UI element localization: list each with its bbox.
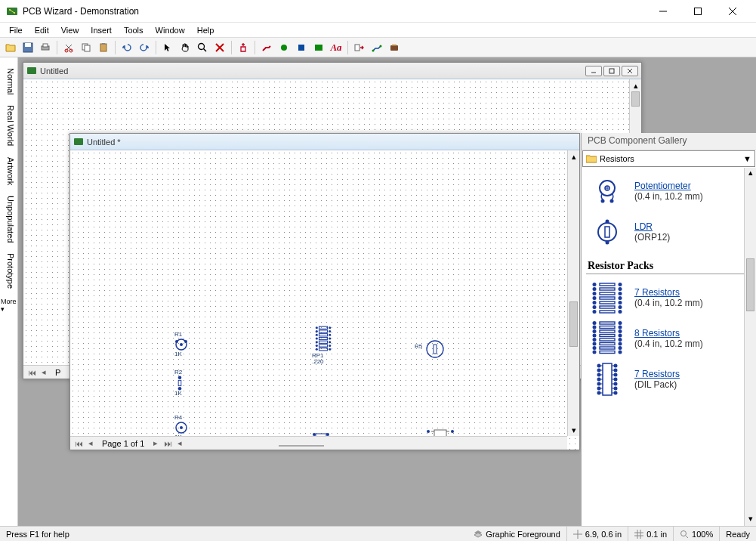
maximize-button[interactable] xyxy=(680,0,715,23)
svg-point-95 xyxy=(593,296,597,300)
document-titlebar-front[interactable]: Untitled * xyxy=(70,134,579,150)
scroll-up-icon[interactable]: ▴ xyxy=(568,150,579,162)
document-window-front[interactable]: Untitled * R1 1K R2 1K R4 1K RP1 xyxy=(69,133,580,450)
menu-tools[interactable]: Tools xyxy=(118,24,150,36)
svg-point-122 xyxy=(619,342,622,346)
menu-insert[interactable]: Insert xyxy=(85,24,118,36)
menu-edit[interactable]: Edit xyxy=(29,24,55,36)
svg-rect-106 xyxy=(600,335,615,337)
copper-area-tool[interactable] xyxy=(311,40,326,55)
text-tool[interactable]: Aa xyxy=(329,40,344,55)
gallery-item-ldr[interactable]: LDR(ORP12) xyxy=(586,212,753,252)
scrollbar-horizontal-front[interactable]: ⏮ ◂ Page 1 of 1 ▸ ⏭ ◂ xyxy=(70,436,567,450)
zoom-tool[interactable] xyxy=(195,40,210,55)
tab-real-world[interactable]: Real World xyxy=(0,100,17,150)
svg-point-130 xyxy=(597,369,601,373)
menu-file[interactable]: File xyxy=(3,24,29,36)
track-tool[interactable] xyxy=(259,40,274,55)
scrollbar-vertical-front[interactable]: ▴ ▾ xyxy=(567,150,579,436)
svg-rect-86 xyxy=(600,301,615,304)
options-button[interactable] xyxy=(387,40,402,55)
gallery-subtitle: (ORP12) xyxy=(634,232,670,243)
open-button[interactable] xyxy=(3,40,18,55)
svg-point-124 xyxy=(619,346,622,350)
svg-rect-16 xyxy=(298,45,304,51)
page-prev-back[interactable]: ◂ xyxy=(39,367,49,378)
page-prev-front[interactable]: ◂ xyxy=(85,438,96,449)
svg-point-112 xyxy=(619,321,622,325)
page-first-back[interactable]: ⏮ xyxy=(26,367,37,378)
menu-window[interactable]: Window xyxy=(150,24,191,36)
svg-rect-21 xyxy=(390,45,398,51)
autoroute-button[interactable] xyxy=(369,40,384,55)
gallery-link[interactable]: Potentiometer xyxy=(634,181,703,191)
svg-point-76 xyxy=(601,199,605,203)
gallery-scrollbar[interactable]: ▴ ▾ xyxy=(744,168,756,526)
doc-icon xyxy=(26,66,37,76)
svg-point-99 xyxy=(593,305,597,309)
doc-maximize-back[interactable] xyxy=(603,66,620,76)
pan-tool[interactable] xyxy=(177,40,193,55)
svg-rect-87 xyxy=(600,306,615,308)
svg-point-118 xyxy=(619,334,622,338)
print-button[interactable] xyxy=(38,40,53,55)
menu-help[interactable]: Help xyxy=(191,24,221,36)
redo-button[interactable] xyxy=(137,40,152,55)
gallery-item-potentiometer[interactable]: Potentiometer(0.4 in, 10.2 mm) xyxy=(586,171,753,212)
gallery-link[interactable]: 8 Resistors xyxy=(634,328,703,339)
gallery-link[interactable]: 7 Resistors xyxy=(634,369,680,379)
copy-button[interactable] xyxy=(79,40,94,55)
pad-round-tool[interactable] xyxy=(276,40,292,55)
svg-point-89 xyxy=(593,283,597,286)
gallery-item-7-resistors[interactable]: 7 Resistors(0.4 in, 10.2 mm) xyxy=(586,277,753,318)
page-back-arrow[interactable]: ◂ xyxy=(174,438,185,449)
cut-button[interactable] xyxy=(61,40,76,55)
page-first-front[interactable]: ⏮ xyxy=(73,438,84,449)
delete-tool[interactable] xyxy=(212,40,227,55)
convert-tool[interactable] xyxy=(352,40,367,55)
svg-point-19 xyxy=(372,49,375,51)
page-last-front[interactable]: ⏭ xyxy=(162,438,173,449)
page-next-front[interactable]: ▸ xyxy=(150,438,161,449)
menu-view[interactable]: View xyxy=(55,24,85,36)
title-bar: PCB Wizard - Demonstration xyxy=(0,0,756,23)
status-zoom[interactable]: 100% xyxy=(674,527,720,541)
doc-close-back[interactable] xyxy=(622,66,638,76)
status-layer[interactable]: Graphic Foreground xyxy=(467,527,566,541)
document-canvas-front[interactable]: R1 1K R2 1K R4 1K RP1 .220 R5 xyxy=(70,150,579,450)
select-tool[interactable] xyxy=(160,40,175,55)
undo-button[interactable] xyxy=(119,40,134,55)
scroll-down-icon[interactable]: ▾ xyxy=(745,514,756,526)
svg-point-90 xyxy=(619,283,622,286)
gallery-button[interactable] xyxy=(236,40,251,55)
gallery-heading: Resistor Packs xyxy=(586,257,753,274)
gallery-category-dropdown[interactable]: Resistors ▼ xyxy=(582,150,755,167)
minimize-button[interactable] xyxy=(646,0,680,23)
gallery-item-8-resistors[interactable]: 8 Resistors(0.4 in, 10.2 mm) xyxy=(586,318,753,359)
save-button[interactable] xyxy=(20,40,35,55)
gallery-item-7-resistors-dil[interactable]: 7 Resistors(DIL Pack) xyxy=(586,359,753,400)
svg-point-121 xyxy=(593,342,597,346)
close-button[interactable] xyxy=(715,0,750,23)
gallery-list[interactable]: Potentiometer(0.4 in, 10.2 mm) LDR(ORP12… xyxy=(582,168,756,526)
svg-point-92 xyxy=(619,287,622,291)
paste-button[interactable] xyxy=(96,40,111,55)
tab-normal[interactable]: Normal xyxy=(0,63,17,99)
scroll-down-icon[interactable]: ▾ xyxy=(568,424,579,436)
tab-more[interactable]: More ▾ xyxy=(0,295,17,316)
pad-square-tool[interactable] xyxy=(294,40,309,55)
scroll-up-icon[interactable]: ▴ xyxy=(745,168,756,180)
scroll-up-icon[interactable]: ▴ xyxy=(630,79,641,91)
document-titlebar-back[interactable]: Untitled xyxy=(23,63,641,79)
svg-point-141 xyxy=(614,391,618,395)
tab-prototype[interactable]: Prototype xyxy=(0,249,17,293)
gallery-link[interactable]: LDR xyxy=(634,221,670,232)
status-help: Press F1 for help xyxy=(0,530,467,539)
gallery-link[interactable]: 7 Resistors xyxy=(634,287,703,298)
status-grid[interactable]: 0.1 in xyxy=(628,527,674,541)
svg-point-120 xyxy=(619,338,622,342)
chevron-down-icon: ▼ xyxy=(743,154,751,163)
tab-artwork[interactable]: Artwork xyxy=(0,153,17,190)
tab-unpopulated[interactable]: Unpopulated xyxy=(0,191,17,247)
doc-minimize-back[interactable] xyxy=(585,66,602,76)
